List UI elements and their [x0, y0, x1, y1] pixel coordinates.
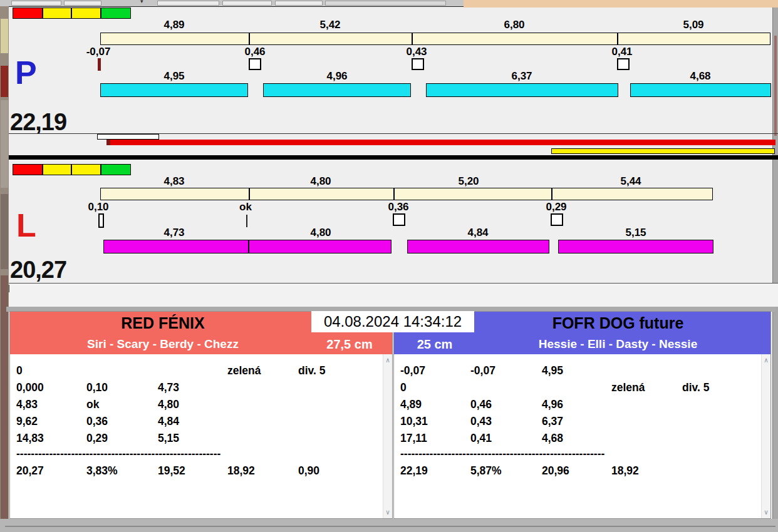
scrollbar[interactable]: ∧ ∨	[761, 354, 770, 518]
traffic-lights	[13, 164, 131, 175]
background-tab	[11, 1, 61, 6]
split-time-label: 5,44	[620, 175, 641, 188]
changeover-label: 0,43	[406, 46, 427, 58]
lane-p-letter: P	[15, 56, 37, 89]
team-panel-left: RED FÉNIX Siri - Scary - Berdy - Chezz 2…	[9, 311, 393, 519]
traffic-light-red	[13, 8, 43, 19]
cell: 10,31	[400, 415, 428, 428]
cell: div. 5	[682, 381, 709, 394]
cell: 17,11	[400, 432, 427, 445]
dropdown-triangle-icon: ▾	[140, 0, 143, 4]
cell: 4,83	[16, 398, 38, 411]
penalty-checkbox[interactable]	[412, 58, 424, 70]
cell: 4,73	[158, 381, 179, 394]
scrollbar[interactable]: ∧ ∨	[383, 354, 392, 518]
dog-time-bar	[407, 240, 549, 253]
split-time-label: 5,09	[683, 19, 703, 31]
cell: -0,07	[400, 364, 425, 377]
cell: 0,41	[470, 432, 492, 445]
scroll-down-icon[interactable]: ∨	[762, 509, 770, 516]
window-right-edge	[772, 8, 778, 519]
team-panel-right: 25 cm FOFR DOG future Hessie - Elli - Da…	[393, 311, 771, 519]
progress-red-bar	[106, 140, 775, 145]
dog-time-label: 6,37	[511, 70, 532, 83]
ok-tick-marker	[246, 215, 247, 227]
table-separator: ----------------------------------------…	[394, 446, 759, 463]
lane-l-letter: L	[16, 209, 36, 242]
split-time-label: 4,83	[163, 175, 184, 188]
cell: 18,92	[611, 464, 639, 478]
table-row: 4,83 ok 4,80	[10, 396, 381, 413]
dog-time-bar	[100, 83, 248, 97]
changeover-label: 0,36	[388, 201, 408, 213]
traffic-light-yellow	[43, 8, 71, 19]
split-bar	[100, 33, 770, 45]
table-row: 4,89 0,46 4,96	[394, 396, 759, 413]
jump-height-left: 27,5 cm	[306, 337, 393, 352]
cell: 4,84	[158, 415, 179, 428]
background-tab	[275, 1, 323, 6]
changeover-label: -0,07	[86, 46, 111, 58]
dog-time-bar	[263, 83, 411, 97]
start-tick-marker	[98, 58, 101, 71]
split-time-label: 5,42	[319, 19, 340, 31]
progress-yellow-bar	[551, 148, 775, 154]
penalty-checkbox[interactable]	[551, 213, 563, 226]
background-tab	[325, 1, 446, 6]
table-row: 10,31 0,43 6,37	[394, 413, 759, 430]
traffic-light-yellow	[71, 164, 101, 175]
scroll-up-icon[interactable]: ∧	[383, 357, 392, 364]
team-name-left: RED FÉNIX	[10, 314, 316, 332]
traffic-light-yellow	[43, 164, 71, 175]
traffic-light-yellow	[71, 8, 101, 19]
cell: 4,68	[542, 432, 563, 445]
lane-p-total-time: 22,19	[10, 110, 66, 134]
penalty-checkbox[interactable]	[249, 58, 261, 70]
table-separator: ----------------------------------------…	[10, 446, 381, 463]
cell: 4,95	[542, 364, 563, 377]
cell: zelená	[227, 364, 261, 377]
cell: 0,000	[16, 381, 44, 394]
scroll-up-icon[interactable]: ∧	[762, 357, 770, 364]
cell: 20,27	[16, 464, 44, 478]
cell: 0,43	[470, 415, 492, 428]
dog-time-bar	[558, 240, 713, 253]
background-tab	[64, 1, 101, 6]
cell: 0	[16, 364, 23, 377]
table-row: -0,07 -0,07 4,95	[394, 362, 759, 379]
cell: 5,87%	[470, 464, 502, 478]
changeover-label: 0,10	[88, 201, 108, 213]
cell: 4,96	[542, 398, 563, 411]
cell: 0,10	[86, 381, 108, 394]
table-row: 9,62 0,36 4,84	[10, 413, 381, 430]
penalty-checkbox[interactable]	[393, 213, 405, 226]
penalty-checkbox[interactable]	[617, 58, 630, 70]
table-total-row: 20,27 3,83% 19,52 18,92 0,90	[10, 463, 381, 479]
traffic-lights	[13, 8, 131, 19]
bottom-strip	[0, 519, 778, 532]
scroll-down-icon[interactable]: ∨	[383, 509, 392, 516]
cell: 18,92	[227, 464, 255, 478]
cell: ok	[86, 398, 99, 411]
traffic-light-green	[101, 164, 131, 175]
cell: div. 5	[298, 364, 325, 377]
split-time-label: 5,20	[458, 175, 479, 188]
background-tab	[222, 1, 272, 6]
cell: 14,83	[16, 432, 44, 445]
table-row: 0 zelená div. 5	[394, 379, 759, 396]
dashed-line: ----------------------------------------…	[400, 448, 604, 461]
cell: 9,62	[16, 415, 38, 428]
cell: 0,29	[86, 432, 108, 445]
changeover-label: 0,41	[611, 46, 632, 58]
split-bar	[100, 188, 713, 200]
progress-white-box	[97, 134, 159, 140]
table-row: 0,000 0,10 4,73	[10, 379, 381, 396]
flyball-timing-screen: ▾ 4,89 5,42 6,80 5,09	[0, 0, 778, 532]
dog-time-label: 4,84	[467, 227, 488, 239]
cell: 0,36	[86, 415, 108, 428]
changeover-label: 0,46	[244, 46, 265, 58]
background-window-tan-strip	[464, 0, 778, 8]
lane-separator	[9, 155, 778, 160]
dog-time-label: 5,15	[625, 227, 646, 239]
cell: -0,07	[470, 364, 495, 377]
